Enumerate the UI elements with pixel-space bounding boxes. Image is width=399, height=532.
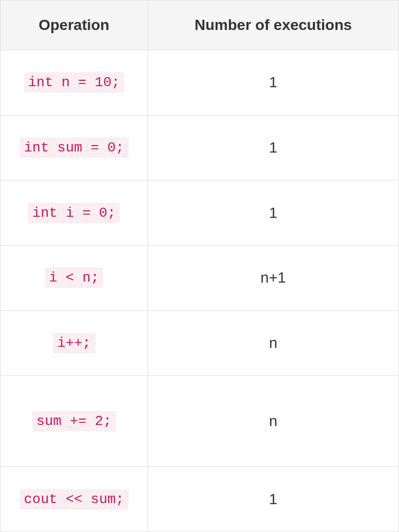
operation-cell: i < n; bbox=[1, 245, 148, 310]
table-row: int sum = 0; 1 bbox=[1, 115, 399, 180]
operation-cell: int i = 0; bbox=[1, 180, 148, 246]
code-snippet: i++; bbox=[53, 333, 95, 353]
executions-cell: 1 bbox=[148, 50, 398, 116]
table-row: int n = 10; 1 bbox=[1, 50, 399, 116]
operation-cell: int sum = 0; bbox=[1, 115, 148, 180]
code-snippet: int n = 10; bbox=[24, 72, 125, 93]
table-row: i++; n bbox=[1, 310, 399, 376]
table-row: int i = 0; 1 bbox=[1, 180, 399, 246]
table-row: i < n; n+1 bbox=[1, 245, 399, 310]
code-snippet: int i = 0; bbox=[28, 203, 120, 223]
code-snippet: int sum = 0; bbox=[20, 138, 128, 158]
code-snippet: i < n; bbox=[45, 268, 104, 288]
operation-cell: sum += 2; bbox=[1, 376, 148, 467]
executions-cell: n bbox=[148, 376, 398, 467]
table-row: cout << sum; 1 bbox=[1, 467, 399, 532]
code-snippet: sum += 2; bbox=[32, 411, 116, 431]
executions-cell: 1 bbox=[148, 180, 398, 246]
operation-cell: cout << sum; bbox=[1, 467, 148, 532]
executions-cell: n bbox=[148, 310, 398, 376]
executions-cell: 1 bbox=[148, 115, 398, 180]
operation-cell: int n = 10; bbox=[1, 50, 148, 116]
executions-cell: n+1 bbox=[148, 245, 398, 310]
operation-cell: i++; bbox=[1, 310, 148, 376]
executions-cell: 1 bbox=[148, 467, 398, 532]
operations-table: Operation Number of executions int n = 1… bbox=[0, 0, 399, 532]
header-executions: Number of executions bbox=[148, 1, 398, 50]
table-header-row: Operation Number of executions bbox=[1, 1, 399, 50]
code-snippet: cout << sum; bbox=[20, 489, 128, 510]
table-row: sum += 2; n bbox=[1, 376, 399, 467]
header-operation: Operation bbox=[1, 1, 148, 50]
